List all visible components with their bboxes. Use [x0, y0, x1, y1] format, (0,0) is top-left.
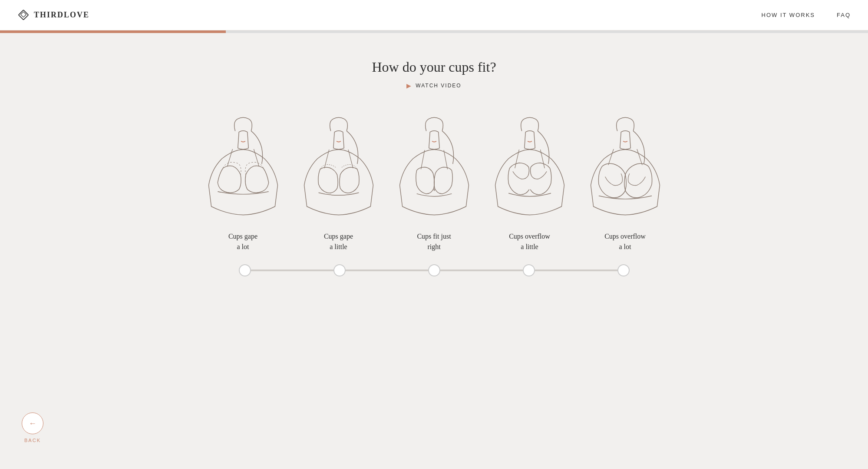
option-label-overflow-lot: Cups overflowa lot [604, 231, 646, 252]
back-section[interactable]: ← BACK [22, 412, 43, 443]
back-label: BACK [24, 438, 41, 443]
slider-dot-2[interactable] [333, 264, 346, 276]
slider-row [195, 269, 673, 271]
illustration-overflow-little [482, 111, 578, 223]
nav: HOW IT WORKS FAQ [762, 12, 851, 18]
option-label-overflow-little: Cups overflowa little [509, 231, 550, 252]
svg-rect-0 [19, 10, 29, 20]
watch-video-label: WATCH VIDEO [416, 83, 461, 89]
slider-dot-4[interactable] [523, 264, 535, 276]
illustration-gape-lot [195, 111, 291, 223]
option-gape-little[interactable]: Cups gapea little [291, 111, 386, 252]
illustration-fit-right [386, 111, 482, 223]
watch-video-button[interactable]: ▶ WATCH VIDEO [406, 82, 461, 89]
illustration-overflow-lot [578, 111, 673, 223]
header: THIRDLOVE HOW IT WORKS FAQ [0, 0, 868, 30]
slider-dot-1[interactable] [239, 264, 251, 276]
option-fit-right[interactable]: Cups fit justright [386, 111, 482, 252]
svg-rect-1 [21, 12, 26, 17]
logo: THIRDLOVE [17, 9, 89, 21]
logo-diamond-icon [17, 9, 30, 21]
option-label-gape-lot: Cups gapea lot [228, 231, 257, 252]
option-label-gape-little: Cups gapea little [324, 231, 353, 252]
illustration-gape-little [291, 111, 386, 223]
option-gape-lot[interactable]: Cups gapea lot [195, 111, 291, 252]
slider-track[interactable] [239, 269, 630, 271]
nav-how-it-works[interactable]: HOW IT WORKS [762, 12, 815, 18]
back-arrow-icon: ← [29, 419, 36, 428]
option-overflow-lot[interactable]: Cups overflowa lot [578, 111, 673, 252]
back-button[interactable]: ← [22, 412, 43, 434]
video-icon: ▶ [406, 82, 412, 89]
slider-dot-5[interactable] [617, 264, 630, 276]
options-row: Cups gapea lot Cups ga [174, 111, 695, 252]
page-title: How do your cups fit? [372, 59, 496, 75]
nav-faq[interactable]: FAQ [837, 12, 851, 18]
option-label-fit-right: Cups fit justright [417, 231, 451, 252]
option-overflow-little[interactable]: Cups overflowa little [482, 111, 578, 252]
logo-text: THIRDLOVE [34, 10, 89, 20]
slider-dot-3[interactable] [428, 264, 440, 276]
main: How do your cups fit? ▶ WATCH VIDEO [0, 33, 868, 289]
